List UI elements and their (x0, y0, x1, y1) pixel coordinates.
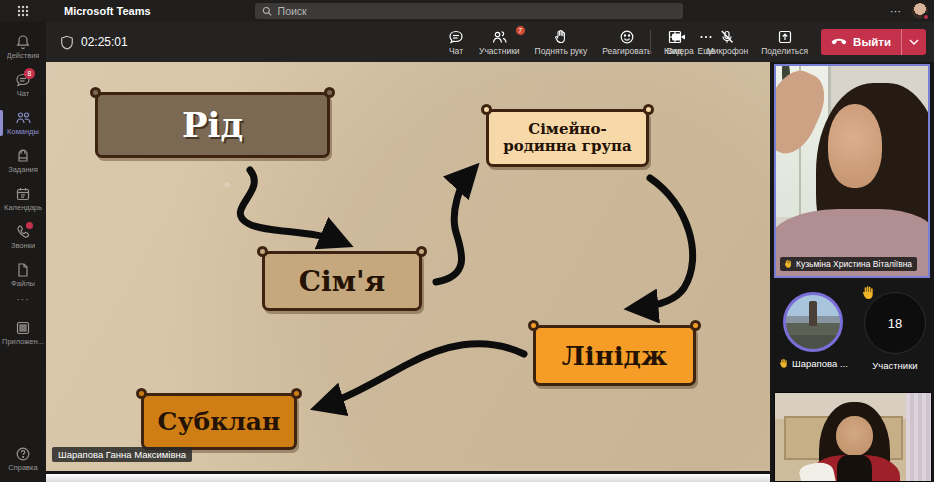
microphone-muted-button[interactable]: Микрофон (707, 29, 748, 56)
react-button[interactable]: Реагировать (602, 29, 651, 56)
apps-grid-icon (15, 320, 31, 336)
sidebar-item-assignments[interactable]: Задания (0, 142, 46, 180)
share-button[interactable]: Поделиться (761, 29, 808, 56)
backpack-icon (15, 148, 31, 164)
scroll-simya-label: Сім'я (299, 265, 386, 298)
arrow-rid-to-simya (240, 170, 342, 242)
microphone-muted-icon (719, 29, 735, 45)
shared-screen: Рід Сімейно-родинна група Сім'я Лінідж С… (46, 62, 770, 474)
help-question-icon (15, 446, 31, 462)
presenter-name-badge: Шарапова Ганна Максимівна (52, 447, 192, 462)
chat-button[interactable]: Чат (448, 29, 464, 56)
sidebar-more-button[interactable]: ··· (0, 294, 46, 314)
participants-count-tile[interactable]: 18 Участники (864, 292, 926, 371)
user-avatar[interactable] (912, 3, 928, 19)
toolbar-divider (650, 30, 651, 54)
file-icon (15, 262, 31, 278)
scroll-simya: Сім'я (262, 251, 422, 311)
scroll-simeyno-label: Сімейно-родинна група (495, 121, 640, 156)
scroll-subklan-label: Субклан (158, 407, 281, 436)
meeting-timer: 02:25:01 (81, 35, 128, 49)
smiley-icon (619, 29, 635, 45)
scroll-linidzh: Лінідж (533, 325, 696, 386)
chat-icon (448, 29, 464, 45)
participants-badge: 7 (515, 25, 526, 36)
top-bar: Microsoft Teams ⋯ (0, 0, 934, 22)
search-icon (262, 6, 273, 17)
sidebar-item-help[interactable]: Справка (0, 440, 46, 478)
sidebar-item-activity[interactable]: Действия (0, 28, 46, 66)
arrow-simya-to-simeyno (436, 172, 471, 282)
teams-window: Microsoft Teams ⋯ Действия 8 Чат Команды… (0, 0, 934, 482)
avatar-tile-sharapova[interactable]: Шарапова ... (778, 292, 848, 369)
presence-busy-icon (922, 13, 930, 21)
leave-label: Выйти (853, 36, 891, 48)
calendar-icon (15, 186, 31, 202)
raised-hand-icon (778, 358, 789, 369)
raised-hand-icon (860, 285, 876, 301)
sidebar-item-apps[interactable]: Приложен... (0, 314, 46, 352)
left-sidebar: Действия 8 Чат Команды Задания Календарь… (0, 22, 46, 482)
kuzmina-name-badge: Кузьміна Христина Віталіївна (780, 257, 917, 271)
arrow-simeyno-to-linidzh (636, 178, 693, 308)
chat-badge: 8 (24, 68, 35, 79)
search-bar[interactable] (255, 3, 683, 19)
scroll-simeyno-rodynna-grupa: Сімейно-родинна група (486, 109, 649, 167)
sidebar-item-calendar[interactable]: Календарь (0, 180, 46, 218)
sidebar-item-teams[interactable]: Команды (0, 104, 46, 142)
scroll-rid-label: Рід (182, 105, 243, 145)
hangup-icon (831, 37, 847, 47)
sidebar-item-files[interactable]: Файлы (0, 256, 46, 294)
video-tile-kuzmina[interactable]: Кузьміна Христина Віталіївна (774, 64, 930, 278)
participants-panel: Кузьміна Христина Віталіївна Шарапова ..… (770, 62, 934, 482)
leave-options-chevron[interactable] (902, 39, 926, 45)
raise-hand-icon (553, 29, 569, 45)
sidebar-item-chat[interactable]: 8 Чат (0, 66, 46, 104)
arrow-linidzh-to-subklan (322, 344, 524, 406)
camera-icon (670, 29, 687, 45)
app-title: Microsoft Teams (64, 5, 151, 17)
scroll-linidzh-label: Лінідж (562, 341, 667, 371)
bell-icon (15, 34, 31, 50)
video-tile-bottom[interactable] (774, 392, 932, 482)
taskbar-strip (46, 474, 770, 482)
participants-button[interactable]: 7 Участники (479, 29, 520, 56)
leave-button[interactable]: Выйти (821, 29, 926, 55)
raised-hand-icon (783, 259, 793, 269)
share-screen-icon (777, 29, 793, 45)
shield-icon (60, 35, 74, 50)
scroll-subklan: Субклан (141, 393, 297, 450)
app-launcher-waffle-icon[interactable] (0, 5, 46, 17)
participants-label: Участники (872, 360, 917, 371)
panel-mid-row: Шарапова ... 18 Участники (770, 284, 934, 392)
raise-hand-button[interactable]: Поднять руку (535, 29, 588, 56)
chevron-down-icon (909, 39, 919, 45)
teams-people-icon (15, 110, 32, 126)
scroll-rid: Рід (95, 92, 330, 158)
sharapova-label: Шарапова ... (778, 358, 848, 369)
meeting-toolbar: 02:25:01 Чат 7 Участники Поднять руку Ре… (46, 22, 934, 62)
topbar-more-button[interactable]: ⋯ (890, 5, 902, 18)
calls-notification-dot (26, 222, 33, 229)
participants-icon (491, 29, 508, 45)
search-input[interactable] (278, 5, 676, 17)
sharapova-avatar (783, 292, 843, 352)
camera-button[interactable]: Камера (664, 29, 694, 56)
participants-count: 18 (864, 292, 926, 354)
sidebar-item-calls[interactable]: Звонки (0, 218, 46, 256)
